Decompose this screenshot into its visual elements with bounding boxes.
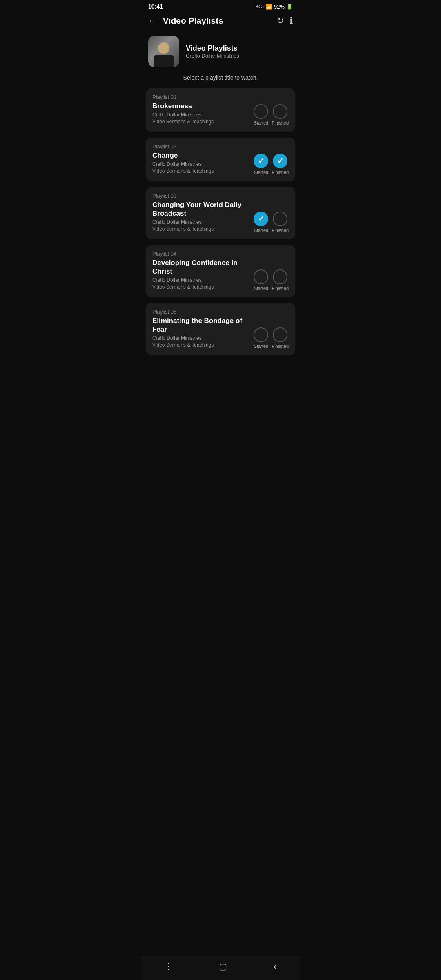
nav-actions: ↻ ℹ xyxy=(276,16,293,26)
finished-label: Finished xyxy=(272,228,289,233)
playlist-text: Eliminating the Bondage of Fear Creflo D… xyxy=(152,316,254,349)
started-col: Started xyxy=(254,104,268,125)
playlist-card-1[interactable]: Playlist 01 Brokenness Creflo Dollar Min… xyxy=(146,88,295,132)
channel-info: Video Playlists Creflo Dollar Ministries xyxy=(186,44,239,59)
started-label: Started xyxy=(254,286,268,291)
playlist-name: Developing Confidence in Christ xyxy=(152,258,249,276)
playlist-card-4[interactable]: Playlist 04 Developing Confidence in Chr… xyxy=(146,245,295,297)
playlist-name: Brokenness xyxy=(152,102,249,110)
playlist-channel: Creflo Dollar MinistriesVideo Sermons & … xyxy=(152,161,249,175)
started-circle xyxy=(254,327,268,342)
info-button[interactable]: ℹ xyxy=(290,16,293,26)
playlist-row: Changing Your World Daily Broadcast Cref… xyxy=(152,200,289,233)
started-col: ✓ Started xyxy=(254,154,268,175)
finished-label: Finished xyxy=(272,170,289,175)
status-indicators: Started Finished xyxy=(254,270,289,291)
playlist-text: Brokenness Creflo Dollar MinistriesVideo… xyxy=(152,102,254,125)
page-title: Video Playlists xyxy=(163,16,276,26)
started-col: Started xyxy=(254,327,268,349)
finished-label: Finished xyxy=(272,344,289,349)
playlist-row: Developing Confidence in Christ Creflo D… xyxy=(152,258,289,291)
finished-col: Finished xyxy=(272,212,289,233)
started-circle xyxy=(254,104,268,119)
playlist-number: Playlist 04 xyxy=(152,251,289,257)
playlist-name: Changing Your World Daily Broadcast xyxy=(152,200,249,218)
playlist-text: Changing Your World Daily Broadcast Cref… xyxy=(152,200,254,233)
started-circle: ✓ xyxy=(254,212,268,226)
playlist-text: Developing Confidence in Christ Creflo D… xyxy=(152,258,254,291)
refresh-button[interactable]: ↻ xyxy=(276,16,284,26)
channel-header: Video Playlists Creflo Dollar Ministries xyxy=(141,30,300,70)
finished-circle xyxy=(273,212,287,226)
channel-title: Video Playlists xyxy=(186,44,239,53)
started-circle: ✓ xyxy=(254,154,268,168)
finished-label: Finished xyxy=(272,286,289,291)
playlist-list: Playlist 01 Brokenness Creflo Dollar Min… xyxy=(141,88,300,394)
playlist-number: Playlist 02 xyxy=(152,143,289,149)
battery-level: 92% xyxy=(274,4,285,10)
status-right: 4G↕ 📶 92% 🔋 xyxy=(256,4,293,10)
top-nav: ← Video Playlists ↻ ℹ xyxy=(141,11,300,30)
playlist-channel: Creflo Dollar MinistriesVideo Sermons & … xyxy=(152,219,249,233)
back-button[interactable]: ← xyxy=(148,16,157,26)
started-col: Started xyxy=(254,270,268,291)
status-indicators: Started Finished xyxy=(254,104,289,125)
playlist-channel: Creflo Dollar MinistriesVideo Sermons & … xyxy=(152,277,249,291)
playlist-number: Playlist 03 xyxy=(152,193,289,199)
battery-icon: 🔋 xyxy=(286,4,293,10)
started-label: Started xyxy=(254,120,268,125)
finished-circle: ✓ xyxy=(273,154,287,168)
playlist-row: Change Creflo Dollar MinistriesVideo Ser… xyxy=(152,151,289,175)
finished-col: Finished xyxy=(272,327,289,349)
finished-col: ✓ Finished xyxy=(272,154,289,175)
finished-col: Finished xyxy=(272,270,289,291)
status-time: 10:41 xyxy=(148,3,163,10)
finished-circle xyxy=(273,327,287,342)
finished-col: Finished xyxy=(272,104,289,125)
playlist-subtitle: Select a playlist title to watch. xyxy=(141,70,300,88)
channel-ministry: Creflo Dollar Ministries xyxy=(186,53,239,59)
started-circle xyxy=(254,270,268,284)
playlist-number: Playlist 01 xyxy=(152,94,289,100)
started-col: ✓ Started xyxy=(254,212,268,233)
playlist-card-2[interactable]: Playlist 02 Change Creflo Dollar Ministr… xyxy=(146,138,295,181)
playlist-card-5[interactable]: Playlist 05 Eliminating the Bondage of F… xyxy=(146,303,295,355)
finished-label: Finished xyxy=(272,120,289,125)
signal-icon: 4G↕ xyxy=(256,4,264,9)
playlist-row: Brokenness Creflo Dollar MinistriesVideo… xyxy=(152,102,289,125)
signal-bars: 📶 xyxy=(266,4,272,10)
playlist-card-3[interactable]: Playlist 03 Changing Your World Daily Br… xyxy=(146,187,295,239)
finished-circle xyxy=(273,270,287,284)
playlist-text: Change Creflo Dollar MinistriesVideo Ser… xyxy=(152,151,254,175)
status-indicators: ✓ Started ✓ Finished xyxy=(254,154,289,175)
playlist-number: Playlist 05 xyxy=(152,309,289,315)
channel-avatar xyxy=(148,36,179,67)
status-bar: 10:41 4G↕ 📶 92% 🔋 xyxy=(141,0,300,11)
started-label: Started xyxy=(254,228,268,233)
started-label: Started xyxy=(254,170,268,175)
playlist-name: Change xyxy=(152,151,249,160)
finished-circle xyxy=(273,104,287,119)
playlist-channel: Creflo Dollar MinistriesVideo Sermons & … xyxy=(152,111,249,125)
playlist-name: Eliminating the Bondage of Fear xyxy=(152,316,249,334)
playlist-channel: Creflo Dollar MinistriesVideo Sermons & … xyxy=(152,335,249,349)
started-label: Started xyxy=(254,344,268,349)
status-indicators: Started Finished xyxy=(254,327,289,349)
status-indicators: ✓ Started Finished xyxy=(254,212,289,233)
playlist-row: Eliminating the Bondage of Fear Creflo D… xyxy=(152,316,289,349)
avatar-image xyxy=(148,36,179,67)
